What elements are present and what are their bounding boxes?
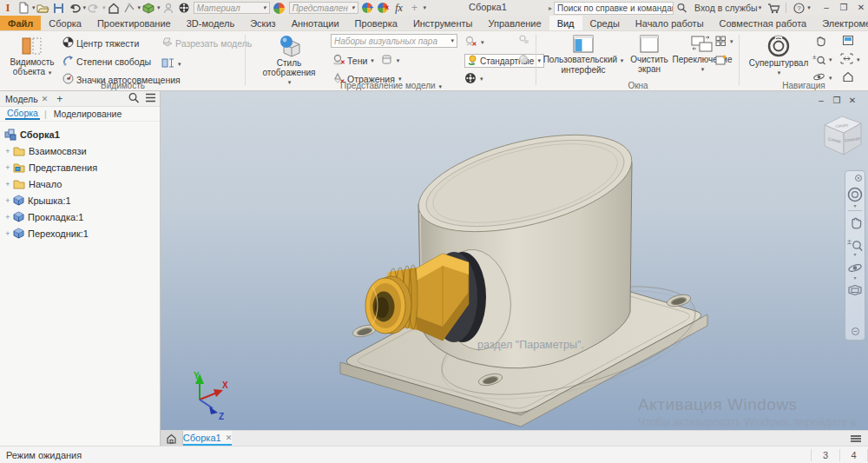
chevron-down-icon[interactable]: ▾ (32, 4, 36, 11)
chevron-down-icon[interactable]: ▾ (759, 4, 762, 11)
tab-environments[interactable]: Среды (582, 16, 628, 30)
save-icon[interactable] (52, 1, 66, 15)
graphics-viewport[interactable]: – ❐ ✕ Сверху Слева Спереди ▾ ± ▾ ▾ Y X Z (161, 91, 868, 430)
tab-file[interactable]: Файл (0, 16, 41, 30)
tree-node-representations[interactable]: + Представления (0, 159, 160, 175)
fit-view-button[interactable]: ▾ (840, 53, 860, 66)
help-icon[interactable]: ? (792, 1, 806, 15)
signin-label[interactable]: Вход в службы (694, 3, 758, 13)
tab-design[interactable]: Проектирование (89, 16, 179, 30)
toolbar-overflow-icon[interactable]: ▾ (424, 4, 427, 11)
tree-node-origin[interactable]: + Начало (0, 175, 160, 192)
restore-icon[interactable]: ❐ (835, 1, 852, 14)
chevron-down-icon[interactable]: ▾ (853, 253, 856, 257)
user-interface-button[interactable]: Пользовательский ▾ интерфейс (542, 34, 625, 75)
chevron-down-icon[interactable]: ▾ (138, 4, 141, 11)
tab-assembly[interactable]: Сборка (41, 16, 89, 30)
degrees-of-freedom-button[interactable]: Степени свободы (62, 55, 151, 68)
home-tab-button[interactable] (161, 431, 183, 446)
tree-node-relationships[interactable]: + Взаимосвязи (0, 142, 160, 159)
expand-icon[interactable]: + (3, 213, 12, 222)
tab-collaborate[interactable]: Совместная работа (712, 16, 815, 30)
color-wheel-icon[interactable] (273, 1, 286, 15)
add-quick-access-icon[interactable]: + (408, 1, 422, 15)
chevron-down-icon[interactable]: ▾ (853, 276, 856, 281)
named-view-button[interactable] (842, 35, 857, 48)
lights-combo[interactable]: Стандартные ис ▾ (464, 54, 544, 68)
navbar-look-at-icon[interactable] (847, 284, 863, 298)
add-panel-icon[interactable]: + (56, 93, 62, 105)
doc-restore-icon[interactable]: ❐ (829, 95, 845, 107)
group-label-visibility[interactable]: Видимость (0, 81, 246, 90)
ground-plane-icon[interactable] (381, 54, 393, 67)
group-label-navigation[interactable]: Навигация (740, 81, 868, 90)
tab-tools[interactable]: Инструменты (405, 16, 481, 30)
tree-node-assembly-root[interactable]: Сборка1 (0, 126, 160, 142)
chevron-down-icon[interactable]: ▾ (730, 38, 733, 45)
appearance-clear-icon[interactable]: × (377, 1, 391, 15)
tree-node-part-gasket[interactable]: + Прокладка:1 (0, 208, 160, 225)
zoom-button[interactable]: ± ▾ (812, 53, 832, 67)
new-file-icon[interactable] (16, 1, 30, 15)
tab-manage[interactable]: Управление (480, 16, 549, 30)
navbar-zoom-icon[interactable]: ± (847, 237, 863, 253)
expand-icon[interactable]: + (3, 229, 12, 238)
undo-icon[interactable] (68, 1, 82, 15)
search-input[interactable]: Поиск по справке и командам. (554, 2, 674, 15)
inventor-logo[interactable]: I (1, 1, 15, 15)
navbar-collapse-icon[interactable] (852, 327, 859, 337)
new-window-button[interactable] (715, 55, 729, 67)
tab-view[interactable]: Вид (549, 16, 582, 30)
assembly-3d-model[interactable] (161, 91, 868, 430)
doc-minimize-icon[interactable]: – (813, 95, 829, 107)
tab-inspect[interactable]: Проверка (347, 16, 405, 30)
expand-icon[interactable]: + (3, 163, 12, 172)
tab-electromechanical[interactable]: Электромеханический проект (814, 16, 868, 30)
expand-icon[interactable]: + (3, 180, 12, 189)
open-file-icon[interactable] (36, 1, 50, 15)
tab-annotate[interactable]: Аннотации (284, 16, 347, 30)
group-label-windows[interactable]: Окна (536, 81, 740, 90)
expand-icon[interactable]: + (3, 147, 12, 155)
home-icon[interactable] (107, 1, 121, 15)
minimize-icon[interactable]: – (818, 1, 835, 14)
close-icon[interactable]: ✕ (852, 1, 868, 14)
document-tab-assembly[interactable]: Сборка1 ✕ (183, 431, 232, 446)
browser-menu-icon[interactable] (145, 93, 156, 104)
tile-windows-button[interactable]: ▾ (715, 36, 733, 48)
material-box-icon[interactable] (141, 1, 155, 15)
chevron-down-icon[interactable]: ▾ (157, 4, 161, 11)
navbar-wheel-icon[interactable] (847, 187, 863, 204)
object-visibility-button[interactable]: Видимость объекта ▾ (7, 35, 57, 77)
close-tab-icon[interactable]: ✕ (226, 433, 233, 442)
chevron-down-icon[interactable]: ▾ (807, 4, 811, 11)
group-label-model-appearance[interactable]: Представление модели ▾ (246, 81, 536, 90)
sketch-tool-icon[interactable] (122, 1, 136, 15)
chevron-down-icon[interactable]: ▾ (857, 56, 860, 63)
subtab-assembly[interactable]: Сборка (5, 108, 40, 120)
close-panel-icon[interactable]: ✕ (42, 95, 49, 103)
display-style-button[interactable]: Стиль отображения ▾ (254, 34, 324, 87)
chevron-down-icon[interactable]: ▾ (853, 204, 856, 208)
chevron-down-icon[interactable]: ▾ (397, 57, 400, 64)
navbar-pan-icon[interactable] (848, 215, 863, 232)
search-icon[interactable] (674, 1, 688, 15)
subtab-modeling[interactable]: Моделирование (52, 109, 124, 119)
parameters-fx-button[interactable]: fx (392, 1, 406, 15)
expand-search-icon[interactable]: ▸ (549, 4, 552, 12)
representation-combo[interactable]: Представлен▾ (289, 2, 358, 14)
tab-sketch[interactable]: Эскиз (242, 16, 283, 30)
browser-tab-model[interactable]: Модель (5, 94, 38, 104)
projector-icon[interactable] (177, 1, 191, 15)
visual-styles-combo[interactable]: Наборы визуальных пара ▾ (331, 34, 457, 48)
chevron-down-icon[interactable]: ▾ (83, 4, 87, 11)
material-combo[interactable]: Материал▾ (194, 2, 270, 14)
appearance-add-icon[interactable]: + (361, 1, 375, 15)
clean-screen-button[interactable]: Очистить экран (627, 34, 672, 74)
doc-close-icon[interactable]: ✕ (845, 95, 860, 107)
center-of-gravity-button[interactable]: Центр тяжести (62, 36, 139, 50)
navbar-orbit-icon[interactable] (847, 261, 863, 276)
tab-get-started[interactable]: Начало работы (628, 16, 712, 30)
tab-3d-model[interactable]: 3D-модель (179, 16, 242, 30)
view-cube[interactable]: Сверху Слева Спереди (816, 109, 868, 165)
